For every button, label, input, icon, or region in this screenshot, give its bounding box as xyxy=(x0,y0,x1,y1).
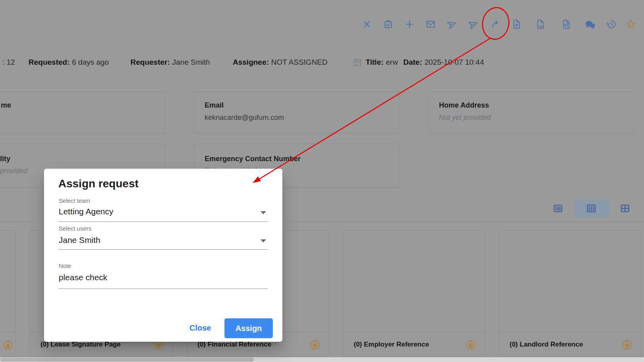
chevron-down-icon[interactable] xyxy=(261,239,266,243)
close-button[interactable]: Close xyxy=(186,318,215,337)
pending-coin-icon xyxy=(621,339,633,350)
date-label: Date: xyxy=(403,58,422,66)
requester-info: Requester:Jane Smith xyxy=(130,57,210,67)
request-id-fragment: : 12 xyxy=(2,57,15,67)
requester-value: Jane Smith xyxy=(172,58,210,66)
task-check-icon[interactable] xyxy=(383,19,393,29)
pending-coin-icon xyxy=(2,339,14,351)
home-address-card xyxy=(429,91,634,133)
emergency-contact-label: Emergency Contact Number xyxy=(205,155,301,163)
assignee-info: Assignee:NOT ASSIGNED xyxy=(233,57,328,67)
list-view-icon[interactable] xyxy=(553,203,563,214)
horizontal-scrollbar[interactable] xyxy=(0,357,644,362)
document-title: (0) Landlord Reference xyxy=(510,341,583,349)
note-field[interactable]: please check xyxy=(59,273,107,282)
name-card xyxy=(0,91,165,133)
file-pdf-icon[interactable]: PDF xyxy=(535,19,545,29)
email-card xyxy=(194,91,400,133)
select-team-field[interactable]: Letting Agency xyxy=(59,207,113,216)
select-users-label: Select users xyxy=(59,225,92,232)
select-users-field[interactable]: Jane Smith xyxy=(59,235,100,245)
document-title: (0) Lease Signature Page xyxy=(40,341,121,349)
star-icon[interactable] xyxy=(626,19,636,29)
send-icon-2[interactable] xyxy=(468,19,479,29)
chevron-down-icon[interactable] xyxy=(261,211,266,214)
title-date-info: Title:erw Date:2025-10-07 10:44 xyxy=(353,57,484,67)
requested-label: Requested: xyxy=(29,58,69,66)
document-card-footer xyxy=(0,332,15,356)
grid-view-icon[interactable] xyxy=(586,203,596,214)
requested-info: Requested:6 days ago xyxy=(29,57,109,67)
envelope-icon[interactable] xyxy=(426,19,436,29)
name-card-label: me xyxy=(1,101,11,110)
home-address-label: Home Address xyxy=(439,101,489,110)
document-card-partial[interactable] xyxy=(0,230,15,356)
calendar-icon xyxy=(353,58,362,67)
send-icon[interactable] xyxy=(447,19,457,29)
assignee-label: Assignee: xyxy=(233,58,269,66)
home-address-value: Not yet provided xyxy=(439,114,491,122)
svg-text:PDF: PDF xyxy=(539,25,544,28)
email-card-label: Email xyxy=(205,101,224,110)
select-team-label: Select team xyxy=(59,197,90,204)
field-underline xyxy=(58,249,268,250)
document-card-landlord-reference[interactable]: Not yet provided (0) Landlord Reference xyxy=(499,230,641,356)
forward-icon[interactable] xyxy=(491,19,501,29)
document-card-employer-reference[interactable]: Not yet provided (0) Employer Reference xyxy=(343,230,485,356)
pending-coin-icon xyxy=(309,339,321,350)
close-icon[interactable] xyxy=(362,19,372,29)
assignee-value: NOT ASSIGNED xyxy=(271,58,328,66)
document-title: (0) Financial Reference xyxy=(197,341,271,349)
large-grid-view-icon[interactable] xyxy=(620,203,630,214)
chat-icon[interactable] xyxy=(585,19,596,30)
document-card-footer: (0) Landlord Reference xyxy=(499,332,641,356)
request-detail-page: PDF : 12 Requested:6 days ago Requester:… xyxy=(0,0,644,362)
scrollbar-thumb[interactable] xyxy=(0,358,254,362)
field-underline xyxy=(58,221,268,222)
history-icon[interactable] xyxy=(606,19,617,29)
document-title: (0) Employer Reference xyxy=(354,341,429,349)
nationality-label: lity xyxy=(0,155,10,163)
pending-coin-icon xyxy=(465,339,477,350)
document-card-footer: (0) Employer Reference xyxy=(343,332,485,356)
assign-request-dialog: Assign request Select team Letting Agenc… xyxy=(44,169,282,342)
email-card-value: keknacarde@gufum.com xyxy=(205,114,284,122)
requester-label: Requester: xyxy=(130,58,170,66)
dialog-title: Assign request xyxy=(58,177,138,190)
requested-value: 6 days ago xyxy=(72,58,109,66)
file-upload-icon[interactable] xyxy=(511,19,521,29)
assign-button[interactable]: Assign xyxy=(224,318,273,338)
title-label: Title: xyxy=(366,58,383,66)
title-value: erw xyxy=(386,58,398,66)
file-invoice-icon[interactable] xyxy=(561,19,571,29)
nationality-value: provided xyxy=(0,167,27,175)
field-underline xyxy=(58,289,268,289)
plus-icon[interactable] xyxy=(404,19,415,29)
date-value: 2025-10-07 10:44 xyxy=(424,58,484,66)
note-label: Note xyxy=(59,262,71,269)
